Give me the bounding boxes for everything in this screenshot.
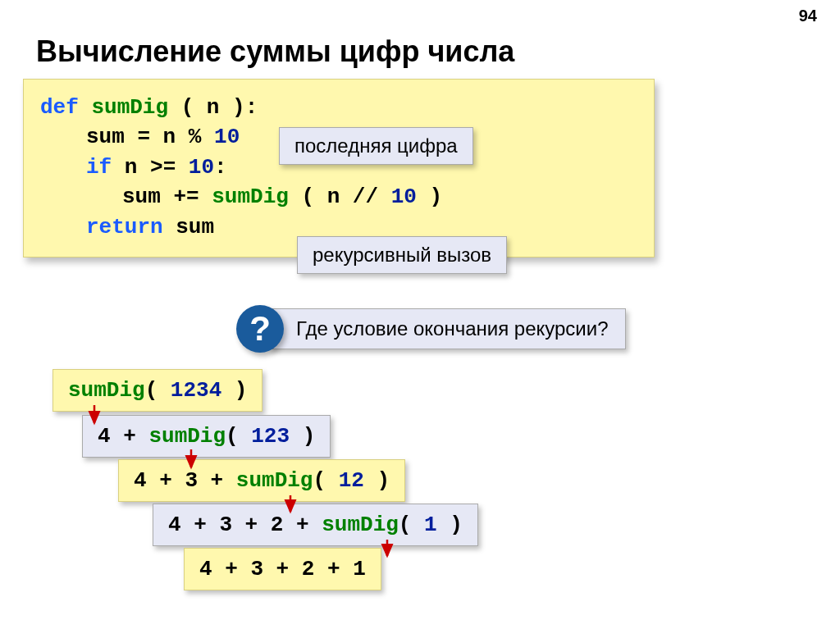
keyword-if: if — [86, 155, 112, 180]
question-text: Где условие окончания рекурсии? — [269, 308, 626, 349]
code-text: sum — [163, 215, 214, 239]
func-name: sumDig — [91, 95, 168, 120]
number-literal: 10 — [391, 185, 417, 209]
code-text: ( — [145, 378, 171, 403]
callout-last-digit: последняя цифра — [279, 127, 473, 165]
number-literal: 10 — [214, 125, 240, 149]
code-text: ) — [417, 185, 442, 209]
number-literal: 123 — [251, 424, 290, 449]
keyword-def: def — [40, 95, 79, 120]
number-literal: 1234 — [171, 378, 221, 403]
code-text: sum — [86, 125, 125, 149]
code-line-4: sum += sumDig ( n // 10 ) — [40, 182, 637, 212]
code-text: 4 + 3 + 2 + — [168, 513, 322, 537]
question-mark-icon: ? — [236, 305, 284, 353]
func-name: sumDig — [68, 378, 145, 403]
number-literal: 10 — [189, 155, 214, 180]
code-text: sum += — [122, 185, 212, 209]
code-text: 4 + 3 + 2 + 1 — [199, 557, 366, 581]
page-number: 94 — [799, 7, 817, 25]
code-text: n >= — [112, 155, 189, 180]
code-text: ( n // — [289, 185, 391, 209]
number-literal: 1 — [424, 513, 437, 537]
code-text: ) — [437, 513, 463, 537]
code-text: ) — [364, 468, 390, 493]
step-2: 4 + sumDig( 123 ) — [82, 415, 331, 458]
code-text: ) — [221, 378, 247, 403]
number-literal: 12 — [339, 468, 364, 493]
code-text: ( — [313, 468, 338, 493]
step-1: sumDig( 1234 ) — [52, 369, 262, 412]
code-text: ( — [226, 424, 251, 449]
code-text: ) — [290, 424, 315, 449]
code-line-1: def sumDig ( n ): — [40, 93, 637, 122]
func-name: sumDig — [322, 513, 399, 537]
code-text: ( — [399, 513, 424, 537]
step-3: 4 + 3 + sumDig( 12 ) — [118, 459, 405, 502]
code-text — [79, 95, 92, 120]
code-text: 4 + — [98, 424, 148, 449]
callout-recursive-call: рекурсивный вызов — [297, 236, 507, 274]
func-name: sumDig — [148, 424, 226, 449]
question-row: ? Где условие окончания рекурсии? — [236, 305, 626, 353]
code-params: ( n ): — [168, 95, 258, 120]
step-5: 4 + 3 + 2 + 1 — [184, 548, 381, 590]
code-text: 4 + 3 + — [134, 468, 236, 493]
func-name: sumDig — [212, 185, 289, 209]
func-name: sumDig — [236, 468, 313, 493]
keyword-return: return — [86, 215, 163, 239]
page-title: Вычисление суммы цифр числа — [36, 34, 514, 69]
code-block: def sumDig ( n ): sum = n % 10 if n >= 1… — [23, 79, 655, 258]
code-text: : — [214, 155, 227, 180]
code-text: = n % — [125, 125, 214, 149]
step-4: 4 + 3 + 2 + sumDig( 1 ) — [153, 504, 478, 546]
